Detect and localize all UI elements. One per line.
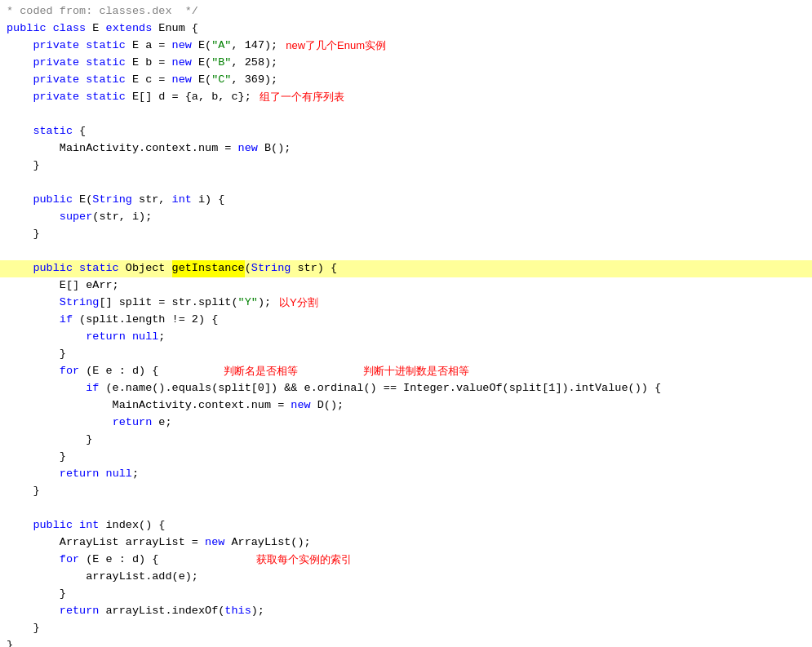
- line-class-decl: public class E extends Enum {: [0, 20, 812, 38]
- line-class-close: }: [0, 637, 812, 647]
- line-arraylist-add: arrayList.add(e);: [0, 569, 812, 586]
- line-close-if-split: }: [0, 346, 812, 363]
- line-return-e: return e;: [0, 414, 812, 432]
- line-getinstance-decl: public static Object getInstance(String …: [0, 260, 812, 277]
- code-container: * coded from: classes.dex */ public clas…: [0, 0, 812, 647]
- line-static-body: MainActivity.context.num = new B();: [0, 140, 812, 157]
- annotation-split-y: 以Y分割: [279, 295, 318, 311]
- line-index-decl: public int index() {: [0, 517, 812, 534]
- annotation-ordered-list: 组了一个有序列表: [260, 89, 344, 105]
- line-header: * coded from: classes.dex */: [0, 3, 812, 20]
- line-getinstance-close: }: [0, 483, 812, 500]
- line-split-decl: String[] split = str.split("Y"); 以Y分割: [0, 295, 812, 312]
- line-if-split: if (split.length != 2) {: [0, 312, 812, 329]
- line-blank-2: [0, 175, 812, 192]
- line-context-num-d: MainActivity.context.num = new D();: [0, 397, 812, 414]
- line-return-null-1: return null;: [0, 329, 812, 346]
- line-return-indexof: return arrayList.indexOf(this);: [0, 603, 812, 620]
- line-earr-decl: E[] eArr;: [0, 277, 812, 295]
- line-if-equals: if (e.name().equals(split[0]) && e.ordin…: [0, 380, 812, 397]
- line-field-d: private static E[] d = {a, b, c}; 组了一个有序…: [0, 89, 812, 106]
- annotation-new-enum: new了几个Enum实例: [286, 38, 386, 54]
- annotation-check-name: 判断名是否相等: [224, 363, 298, 379]
- line-blank-4: [0, 500, 812, 517]
- annotation-check-decimal: 判断十进制数是否相等: [363, 363, 469, 379]
- line-static-close: }: [0, 157, 812, 175]
- line-constructor-close: }: [0, 226, 812, 243]
- line-field-c: private static E c = new E("C", 369);: [0, 72, 812, 89]
- line-static-open: static {: [0, 123, 812, 140]
- line-close-if-equals: }: [0, 432, 812, 449]
- line-blank-3: [0, 243, 812, 260]
- getinstance-method-name: getInstance: [172, 260, 245, 277]
- line-close-for-2: }: [0, 586, 812, 603]
- line-close-for: }: [0, 449, 812, 466]
- annotation-get-index: 获取每个实例的索引: [256, 552, 352, 568]
- line-for-loop-2: for (E e : d) { 获取每个实例的索引: [0, 552, 812, 569]
- line-field-b: private static E b = new E("B", 258);: [0, 55, 812, 72]
- line-blank-1: [0, 106, 812, 123]
- line-super-call: super(str, i);: [0, 209, 812, 226]
- line-arraylist-decl: ArrayList arrayList = new ArrayList();: [0, 534, 812, 552]
- line-index-close: }: [0, 620, 812, 637]
- line-constructor-decl: public E(String str, int i) {: [0, 192, 812, 209]
- line-return-null-2: return null;: [0, 466, 812, 483]
- line-for-loop: for (E e : d) { 判断名是否相等 判断十进制数是否相等: [0, 363, 812, 380]
- line-field-a: private static E a = new E("A", 147); ne…: [0, 38, 812, 55]
